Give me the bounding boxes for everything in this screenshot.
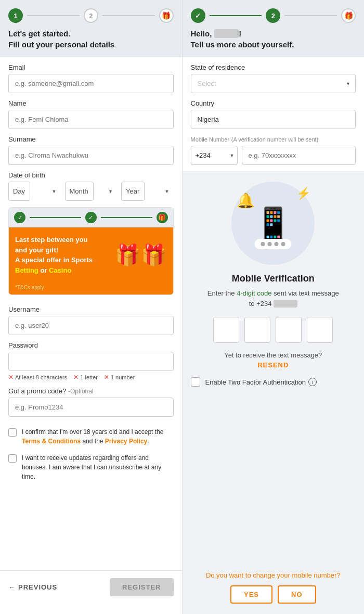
country-code-wrapper: +234 bbox=[191, 146, 238, 165]
surname-label: Surname bbox=[8, 135, 174, 143]
code-input-1[interactable] bbox=[213, 317, 239, 343]
name-section: Name bbox=[0, 99, 182, 135]
day-select-wrapper: Day bbox=[8, 182, 61, 201]
month-select[interactable]: Month bbox=[65, 182, 94, 201]
change-mobile-text: Do you want to change your mobile number… bbox=[206, 571, 341, 579]
promo-step-row: ✓ ✓ 🎁 bbox=[9, 208, 173, 227]
state-select[interactable]: Select bbox=[191, 74, 356, 93]
promo-tcs: *T&Cs apply bbox=[9, 283, 173, 295]
right-line1 bbox=[210, 15, 262, 16]
promo-code-section: Got a promo code? -Optional bbox=[0, 387, 182, 423]
dob-label: Date of birth bbox=[8, 171, 174, 179]
code-inputs bbox=[213, 317, 333, 343]
info-icon[interactable]: i bbox=[308, 378, 317, 386]
mobile-label: Mobile Number (A verification number wil… bbox=[191, 135, 356, 143]
step-line-1 bbox=[27, 15, 80, 16]
country-section: Country bbox=[183, 99, 365, 135]
day-select[interactable]: Day bbox=[8, 182, 30, 201]
dob-row: Day Month Year bbox=[8, 182, 174, 201]
code-input-4[interactable] bbox=[307, 317, 333, 343]
month-select-wrapper: Month bbox=[65, 182, 118, 201]
username-label: Username bbox=[8, 305, 174, 313]
country-code-select[interactable]: +234 bbox=[191, 146, 238, 165]
right-step-progress-row: ✓ 2 🎁 bbox=[191, 8, 356, 23]
right-step-header: ✓ 2 🎁 Hello, •••! Tell us more about you… bbox=[183, 0, 365, 57]
country-label: Country bbox=[191, 99, 356, 107]
register-button[interactable]: REGISTER bbox=[110, 578, 173, 596]
prev-arrow-icon: ← bbox=[8, 583, 16, 591]
promo-gift-emoji: 🎁🎁 bbox=[115, 243, 167, 267]
promo-step1: ✓ bbox=[14, 212, 25, 223]
lightning-icon: ⚡ bbox=[296, 187, 310, 200]
terms-text: I confirm that I'm over 18 years old and… bbox=[22, 427, 174, 446]
state-label: State of residence bbox=[191, 63, 356, 71]
resend-link[interactable]: RESEND bbox=[257, 361, 289, 369]
hint-x-2: ✕ bbox=[73, 374, 79, 381]
promo-gift-circle: 🎁 bbox=[157, 212, 168, 223]
left-step-header: 1 2 🎁 Let's get started. Fill out your p… bbox=[0, 0, 182, 57]
resend-prompt: Yet to receive the text message? bbox=[224, 351, 322, 359]
offers-checkbox[interactable] bbox=[8, 454, 17, 463]
step1-circle: 1 bbox=[8, 8, 23, 23]
hint-number: ✕ 1 number bbox=[104, 374, 135, 381]
dob-section: Date of birth Day Month Year bbox=[0, 171, 182, 207]
yes-no-row: YES NO bbox=[230, 585, 316, 604]
mobile-section: Mobile Number (A verification number wil… bbox=[183, 135, 365, 171]
offers-checkbox-row: I want to receive updates regarding offe… bbox=[8, 453, 174, 481]
phone-icon: 📱 bbox=[254, 205, 293, 242]
bell-icon: 🔔 bbox=[237, 192, 255, 209]
mobile-input[interactable] bbox=[242, 146, 356, 165]
privacy-link[interactable]: Privacy Policy bbox=[105, 438, 147, 445]
hint-letter: ✕ 1 letter bbox=[73, 374, 98, 381]
promo-step2: ✓ bbox=[85, 212, 97, 223]
chat-bubble bbox=[255, 239, 292, 249]
two-factor-label: Enable Two Factor Authentication i bbox=[205, 378, 317, 386]
password-hints: ✕ At least 8 characters ✕ 1 letter ✕ 1 n… bbox=[8, 374, 174, 381]
name-label: Name bbox=[8, 99, 174, 107]
terms-checkbox[interactable] bbox=[8, 428, 17, 437]
email-input[interactable] bbox=[8, 74, 174, 93]
surname-input[interactable] bbox=[8, 146, 174, 165]
username-input[interactable] bbox=[8, 316, 174, 335]
year-select-wrapper: Year bbox=[121, 182, 174, 201]
country-input[interactable] bbox=[191, 110, 356, 129]
promo-line1 bbox=[30, 217, 81, 218]
terms-link[interactable]: Terms & Conditions bbox=[22, 438, 81, 445]
username-section: Username bbox=[0, 301, 182, 341]
verification-title: Mobile Verification bbox=[232, 273, 315, 284]
name-input[interactable] bbox=[8, 110, 174, 129]
right-step2-circle: 2 bbox=[266, 8, 280, 23]
promo-text: Last step between you and your gift! A s… bbox=[15, 235, 111, 275]
password-input[interactable] bbox=[8, 352, 174, 371]
code-input-3[interactable] bbox=[276, 317, 302, 343]
step2-circle: 2 bbox=[84, 8, 98, 23]
left-step-title: Let's get started. Fill out your persona… bbox=[8, 28, 174, 50]
no-button[interactable]: NO bbox=[278, 585, 316, 604]
previous-button[interactable]: ← PREVIOUS bbox=[8, 583, 57, 591]
email-label: Email bbox=[8, 63, 174, 71]
promo-line2 bbox=[101, 217, 152, 218]
email-section: Email bbox=[0, 57, 182, 99]
hint-x-1: ✕ bbox=[8, 374, 14, 381]
promo-banner: Last step between you and your gift! A s… bbox=[9, 227, 173, 283]
phone-illustration: 🔔 ⚡ 📱 bbox=[231, 182, 315, 265]
code-input-2[interactable] bbox=[244, 317, 270, 343]
right-step1-circle: ✓ bbox=[191, 8, 205, 23]
promo-code-label: Got a promo code? -Optional bbox=[8, 387, 174, 395]
yes-button[interactable]: YES bbox=[230, 585, 272, 604]
password-section: Password ✕ At least 8 characters ✕ 1 let… bbox=[0, 341, 182, 387]
year-select[interactable]: Year bbox=[121, 182, 145, 201]
two-factor-checkbox[interactable] bbox=[191, 377, 200, 387]
terms-checkbox-row: I confirm that I'm over 18 years old and… bbox=[8, 427, 174, 446]
mobile-verification-section: 🔔 ⚡ 📱 Mobile Verification Enter the 4-di… bbox=[183, 171, 365, 614]
footer-bar: ← PREVIOUS REGISTER bbox=[0, 570, 182, 604]
hint-characters: ✕ At least 8 characters bbox=[8, 374, 67, 381]
step-gift-icon: 🎁 bbox=[159, 8, 174, 23]
state-select-wrapper: Select bbox=[191, 74, 356, 93]
promo-code-input[interactable] bbox=[8, 398, 174, 417]
two-factor-row: Enable Two Factor Authentication i bbox=[191, 377, 356, 387]
verification-desc: Enter the 4-digit code sent via text mes… bbox=[207, 288, 339, 309]
right-gift-icon: 🎁 bbox=[341, 8, 356, 23]
hint-x-3: ✕ bbox=[104, 374, 109, 381]
password-label: Password bbox=[8, 341, 174, 349]
